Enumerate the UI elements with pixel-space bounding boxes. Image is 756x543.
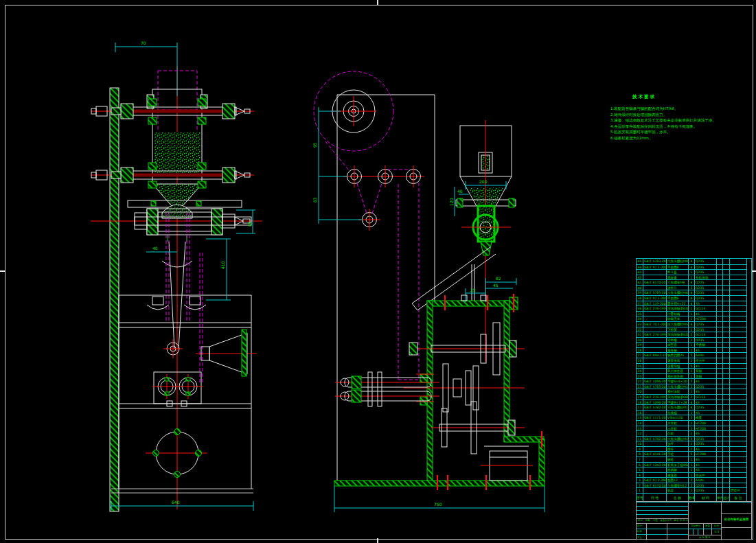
bom-cell [723,410,730,415]
bom-cell: GB/T 5782-2000 [643,436,667,441]
bom-cell [730,347,747,353]
bom-row: 42观察窗1有机玻璃 [637,275,751,280]
bom-cell [643,316,667,321]
bom-cell [717,316,723,321]
bom-cell: 2 [689,332,695,337]
bom-cell [723,483,730,488]
bom-cell: 45 [695,378,717,384]
bom-cell [717,487,723,493]
bom-cell [723,332,730,337]
svg-text:200: 200 [479,179,488,184]
bom-cell [717,373,723,379]
bom-cell: 1 [689,347,695,353]
role-check: 校核 [637,529,646,533]
bom-cell: Q235 [695,285,717,290]
bom-cell: Q235 [695,487,717,493]
bom-cell: 2 [689,285,695,290]
bom-cell: 大带轮 [667,420,689,426]
bom-cell: 45 [695,311,717,316]
dims-front-mid: 410 89 40 [146,210,255,300]
bom-cell: 32 [637,327,643,332]
cad-sheet: 70 [0,0,756,543]
bom-row: 15GB/T 1171-2006V带A11202橡胶 [637,415,751,420]
bom-cell: 30 [637,337,643,343]
bom-cell [730,368,747,373]
bom-cell: 11 [637,436,643,441]
bom-cell: 横封加热器 [667,373,689,379]
drive-plate [152,372,203,404]
bom-cell: 45 [695,347,717,353]
bag-clamp [335,372,439,406]
dim-side-bottom: 750 [334,486,545,512]
bom-cell [723,436,730,441]
bom-row: 45GB/T 5783-2000六角头螺栓M8×254Q235 [637,259,751,264]
bom-cell: 1 [689,368,695,373]
bom-cell [643,358,667,363]
bom-cell: 44 [637,264,643,270]
bom-cell: 1 [689,410,695,415]
bom-row: 27GB/T 894.1-1986轴用挡圈25265Mn [637,352,751,358]
bom-cell [730,295,747,301]
svg-text:40: 40 [457,189,463,194]
bom-cell: 45 [695,430,717,436]
bom-cell [730,410,747,415]
bom-cell: HT200 [695,316,717,321]
stage-label: 阶段标记 [689,524,703,528]
bom-cell [717,259,723,264]
title-block: 标记 处数 分区 更改文件号 签名 年.月.日 设计 校核 工艺 阶段标记 质量… [636,501,752,540]
bom-cell: 横封滚轮 [667,389,689,394]
bom-row: 37GB/T 119-2000圆柱销4×22435 [637,301,751,306]
bom-cell: 39 [637,290,643,295]
bom-cell: 张紧导辊 [667,363,689,369]
bom-cell: 2 [689,384,695,389]
bom-cell [723,295,730,301]
bom-cell: GCr15 [695,394,717,400]
bom-row: 21GB/T 5783-2000六角头螺栓M10×302Q235 [637,384,751,389]
bom-cell: 1 [689,472,695,478]
bom-cell [723,368,730,373]
bom-cell: 组合件 [695,358,717,363]
bom-cell: 45 [695,462,717,467]
bom-cell [723,347,730,353]
bom-cell: 成型器 [667,342,689,347]
bom-cell: 12 [637,430,643,436]
bom-cell [730,415,747,420]
bom-cell [643,285,667,290]
discharge-horn [196,330,257,376]
bom-cell: 15 [637,415,643,420]
bom-cell: 41 [637,279,643,285]
bom-cell: HT200 [695,451,717,457]
bom-cell: 19 [637,394,643,400]
bom-cell: 26 [637,358,643,363]
bom-cell: 3 [637,477,643,483]
bom-cell: 机架 [667,487,689,493]
bom-cell [723,441,730,446]
bom-cell: 焊接件 [730,487,747,493]
bom-cell [717,332,723,337]
bom-cell: 1 [689,311,695,316]
bom-cell [717,441,723,446]
bom-cell: 1 [689,446,695,452]
bom-row: 33GB/T 70.1-2000内六角螺钉M5×164Q235 [637,321,751,327]
bom-cell [723,363,730,369]
bom-cell: 1 [637,487,643,493]
bom-cell [730,279,747,285]
bom-cell: 1 [689,430,695,436]
bom-cell [730,426,747,431]
bom-cell: 内六角螺钉M5×16 [667,321,689,327]
scale-value: 1:3 [712,529,721,535]
bom-cell: 1 [689,389,695,394]
bom-cell [730,483,747,488]
bom-row: 13小带轮1HT200 [637,426,751,431]
bom-cell: 45 [695,457,717,462]
bom-cell: 28 [637,347,643,353]
bom-cell [730,467,747,472]
bom-cell: Q235 [695,441,717,446]
bom-cell [730,285,747,290]
bom-cell [717,327,723,332]
bom-row: 22GB/T 1096-2003平键6×6×20245 [637,378,751,384]
bom-cell: 2 [689,451,695,457]
bom-cell [643,337,667,343]
bom-cell [723,457,730,462]
bom-cell: 10 [637,441,643,446]
